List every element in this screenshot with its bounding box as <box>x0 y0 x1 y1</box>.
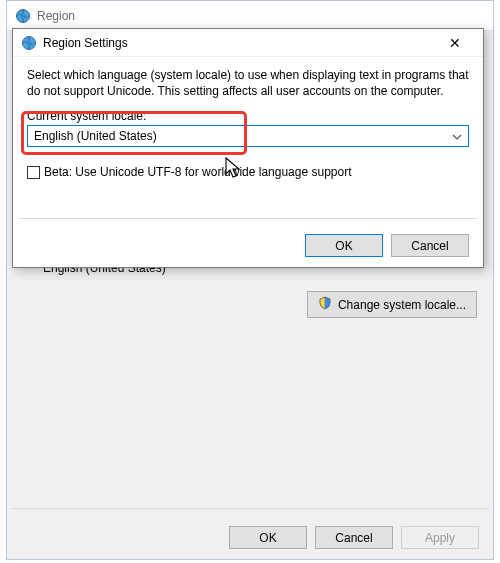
parent-ok-button[interactable]: OK <box>229 526 307 549</box>
chevron-down-icon <box>452 129 462 143</box>
region-titlebar: Region <box>7 1 493 31</box>
close-button[interactable]: ✕ <box>435 31 475 55</box>
shield-icon <box>318 296 332 313</box>
modal-title: Region Settings <box>43 36 435 50</box>
parent-separator <box>11 508 489 509</box>
change-system-locale-button[interactable]: Change system locale... <box>307 291 477 318</box>
globe-icon <box>21 35 37 51</box>
modal-ok-button[interactable]: OK <box>305 234 383 257</box>
globe-icon <box>15 8 31 24</box>
system-locale-dropdown[interactable]: English (United States) <box>27 125 469 147</box>
region-title: Region <box>37 9 75 23</box>
region-settings-dialog: Region Settings ✕ Select which language … <box>12 28 484 268</box>
locale-selected-value: English (United States) <box>34 129 157 143</box>
modal-cancel-button[interactable]: Cancel <box>391 234 469 257</box>
utf8-beta-label: Beta: Use Unicode UTF-8 for worldwide la… <box>44 165 352 179</box>
close-icon: ✕ <box>449 35 461 51</box>
parent-apply-button: Apply <box>401 526 479 549</box>
modal-description: Select which language (system locale) to… <box>27 67 469 99</box>
parent-cancel-button[interactable]: Cancel <box>315 526 393 549</box>
locale-label: Current system locale: <box>27 109 469 123</box>
modal-separator <box>19 218 477 219</box>
utf8-beta-checkbox[interactable] <box>27 166 40 179</box>
modal-titlebar: Region Settings ✕ <box>13 29 483 57</box>
change-system-locale-label: Change system locale... <box>338 298 466 312</box>
